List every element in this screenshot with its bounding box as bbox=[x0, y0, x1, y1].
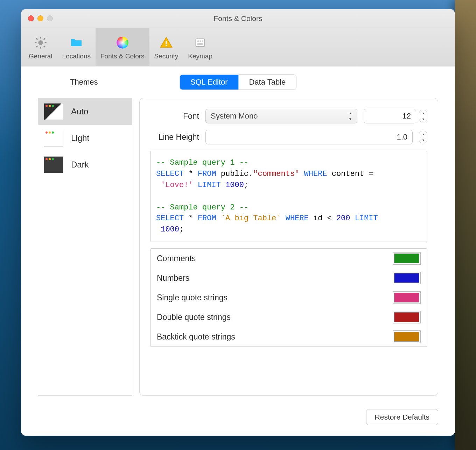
svg-line-5 bbox=[36, 38, 37, 40]
theme-label: Auto bbox=[71, 107, 88, 116]
line-height-label: Line Height bbox=[150, 133, 199, 142]
editor-table-segment: SQL Editor Data Table bbox=[180, 74, 297, 90]
theme-swatch-auto-icon bbox=[44, 103, 63, 120]
color-row-label: Single quote strings bbox=[157, 293, 227, 302]
preferences-toolbar: General Locations bbox=[21, 28, 455, 66]
color-row-label: Numbers bbox=[157, 273, 189, 283]
color-row-comments[interactable]: Comments bbox=[150, 249, 427, 268]
line-height-stepper[interactable]: ▴ ▾ bbox=[419, 131, 427, 143]
color-row-single-quote[interactable]: Single quote strings bbox=[150, 288, 427, 307]
desktop-wallpaper-cliff bbox=[455, 0, 476, 450]
color-row-label: Backtick quote strings bbox=[157, 332, 235, 342]
theme-label: Light bbox=[71, 133, 89, 143]
chevron-up-icon: ▴ bbox=[419, 131, 427, 137]
chevron-up-icon: ▴ bbox=[419, 110, 427, 116]
tab-label: Locations bbox=[62, 52, 91, 60]
font-size-field[interactable] bbox=[364, 109, 416, 123]
color-well[interactable] bbox=[393, 272, 421, 284]
tab-label: Fonts & Colors bbox=[100, 52, 145, 60]
tab-security[interactable]: Security bbox=[149, 28, 183, 66]
theme-label: Dark bbox=[71, 160, 89, 170]
svg-point-9 bbox=[117, 37, 128, 48]
chevron-down-icon: ▾ bbox=[419, 137, 427, 143]
svg-rect-12 bbox=[196, 38, 204, 46]
svg-line-6 bbox=[44, 45, 45, 47]
warning-icon bbox=[159, 35, 174, 50]
stepper-icon: ▲▼ bbox=[346, 110, 354, 122]
theme-swatch-dark-icon bbox=[44, 156, 63, 173]
chevron-down-icon: ▾ bbox=[419, 116, 427, 122]
gear-icon bbox=[33, 35, 48, 50]
titlebar: Fonts & Colors bbox=[21, 9, 455, 28]
svg-line-7 bbox=[36, 45, 37, 47]
folder-icon bbox=[69, 35, 84, 50]
segment-sql-editor[interactable]: SQL Editor bbox=[180, 75, 238, 90]
svg-rect-15 bbox=[202, 40, 203, 42]
themes-header: Themes bbox=[70, 78, 98, 87]
svg-rect-14 bbox=[200, 40, 202, 42]
detail-panel: Font System Mono ▲▼ ▴ ▾ bbox=[139, 98, 438, 396]
window-controls bbox=[28, 15, 53, 21]
themes-list: Auto Light Dark bbox=[38, 98, 132, 396]
footer: Restore Defaults bbox=[21, 403, 455, 436]
tab-keymap[interactable]: Keymap bbox=[183, 28, 217, 66]
theme-auto[interactable]: Auto bbox=[38, 98, 132, 125]
theme-dark[interactable]: Dark bbox=[38, 151, 132, 178]
svg-rect-16 bbox=[197, 43, 203, 45]
color-well[interactable] bbox=[393, 252, 421, 265]
svg-rect-11 bbox=[166, 45, 167, 46]
font-select[interactable]: System Mono ▲▼ bbox=[205, 109, 357, 123]
color-row-numbers[interactable]: Numbers bbox=[150, 268, 427, 288]
color-well[interactable] bbox=[393, 330, 421, 343]
color-wheel-icon bbox=[115, 35, 130, 50]
tab-label: General bbox=[29, 52, 52, 60]
svg-rect-13 bbox=[197, 40, 199, 42]
minimize-window-button[interactable] bbox=[37, 15, 43, 21]
color-row-backtick-quote[interactable]: Backtick quote strings bbox=[150, 327, 427, 347]
font-row: Font System Mono ▲▼ ▴ ▾ bbox=[150, 109, 427, 123]
color-row-label: Comments bbox=[157, 254, 196, 263]
line-height-row: Line Height ▴ ▾ bbox=[150, 130, 427, 144]
token-color-list[interactable]: Comments Numbers Single quote strings Do… bbox=[150, 248, 427, 347]
color-row-label: Double quote strings bbox=[157, 313, 231, 322]
line-height-field[interactable] bbox=[205, 130, 413, 144]
zoom-window-button[interactable] bbox=[47, 15, 53, 21]
theme-swatch-light-icon bbox=[44, 130, 63, 147]
svg-rect-10 bbox=[166, 41, 167, 44]
color-well[interactable] bbox=[393, 311, 421, 323]
segment-data-table[interactable]: Data Table bbox=[238, 75, 296, 90]
font-label: Font bbox=[150, 112, 199, 121]
tab-general[interactable]: General bbox=[24, 28, 57, 66]
tab-label: Security bbox=[154, 52, 178, 60]
syntax-preview: -- Sample query 1 -- SELECT * FROM publi… bbox=[150, 151, 427, 242]
content: Themes SQL Editor Data Table Auto L bbox=[21, 66, 455, 436]
svg-line-8 bbox=[44, 38, 45, 40]
theme-light[interactable]: Light bbox=[38, 125, 132, 151]
close-window-button[interactable] bbox=[28, 15, 34, 21]
segment-row: Themes SQL Editor Data Table bbox=[21, 66, 455, 98]
svg-point-0 bbox=[38, 40, 43, 45]
tab-label: Keymap bbox=[188, 52, 212, 60]
font-size-stepper[interactable]: ▴ ▾ bbox=[419, 110, 427, 122]
color-row-double-quote[interactable]: Double quote strings bbox=[150, 307, 427, 327]
tab-fonts-colors[interactable]: Fonts & Colors bbox=[96, 28, 149, 66]
font-select-value: System Mono bbox=[211, 112, 258, 121]
preferences-window: Fonts & Colors General Locations bbox=[21, 9, 455, 436]
keyboard-icon bbox=[192, 35, 208, 50]
color-well[interactable] bbox=[393, 291, 421, 304]
restore-defaults-button[interactable]: Restore Defaults bbox=[366, 409, 438, 425]
window-title: Fonts & Colors bbox=[214, 14, 262, 23]
tab-locations[interactable]: Locations bbox=[57, 28, 96, 66]
